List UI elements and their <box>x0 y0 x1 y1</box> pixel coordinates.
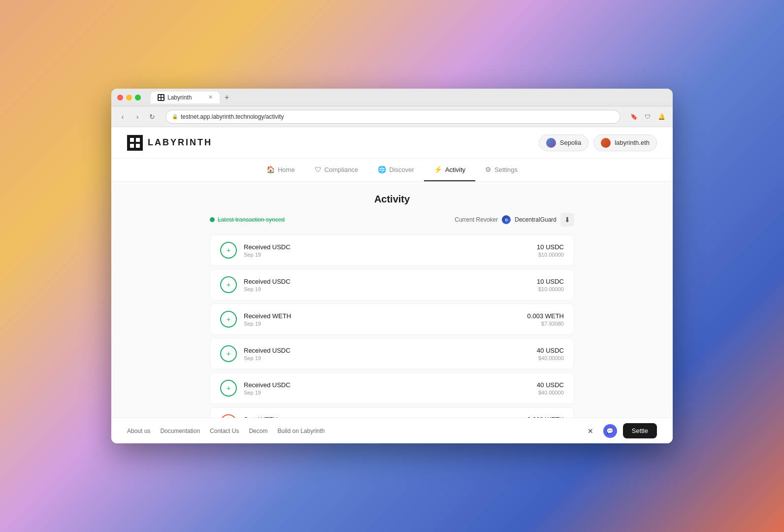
url-text: testnet.app.labyrinth.technology/activit… <box>181 113 284 120</box>
shield-icon[interactable]: 🛡 <box>642 111 653 122</box>
activity-icon: ⚡ <box>434 166 442 173</box>
network-label: Sepolia <box>560 139 581 146</box>
logo-text: LABYRINTH <box>148 137 212 148</box>
download-button[interactable]: ⬇ <box>560 213 574 227</box>
browser-toolbar: ‹ › ↻ 🔒 testnet.app.labyrinth.technology… <box>111 106 673 127</box>
tx-name: Received USDC <box>244 347 537 354</box>
tx-amount-main: 10 USDC <box>537 278 564 285</box>
app-logo: LABYRINTH <box>127 135 212 151</box>
main-content: Activity Latest transaction synced Curre… <box>111 182 673 418</box>
nav-settings-label: Settings <box>494 166 518 173</box>
bookmark-icon[interactable]: 🔖 <box>628 111 639 122</box>
tx-type-icon: + <box>220 276 237 293</box>
transactions-list: + Received USDC Sep 19 10 USDC $10.00000… <box>210 234 574 418</box>
reload-button[interactable]: ↻ <box>147 111 158 122</box>
tx-name: Received WETH <box>244 312 527 320</box>
active-tab[interactable]: Labyrinth ✕ <box>151 92 220 103</box>
svg-rect-3 <box>162 98 163 100</box>
tx-name: Received USDC <box>244 381 537 389</box>
logo-icon <box>127 135 143 151</box>
tx-name: Received USDC <box>244 243 537 251</box>
wallet-button[interactable]: labyrinth.eth <box>593 134 657 151</box>
tab-bar: Labyrinth ✕ + <box>151 92 667 103</box>
tx-amount-usd: $7.93080 <box>527 321 564 327</box>
network-button[interactable]: Sepolia <box>539 134 588 151</box>
notifications-icon[interactable]: 🔔 <box>656 111 667 122</box>
tx-amount: 10 USDC $10.00000 <box>537 243 564 258</box>
transaction-row[interactable]: + Received USDC Sep 19 10 USDC $10.00000 <box>210 234 574 266</box>
x-icon[interactable]: ✕ <box>584 424 597 438</box>
tx-date: Sep 19 <box>244 252 537 258</box>
tx-details: Received WETH Sep 19 <box>244 312 527 327</box>
nav-item-settings[interactable]: ⚙ Settings <box>475 159 527 181</box>
svg-rect-5 <box>136 138 140 142</box>
svg-rect-2 <box>159 98 161 100</box>
tx-details: Received USDC Sep 19 <box>244 243 537 258</box>
tx-amount: 40 USDC $40.00000 <box>537 381 564 396</box>
nav-item-compliance[interactable]: 🛡 Compliance <box>305 159 368 181</box>
tx-details: Received USDC Sep 19 <box>244 347 537 361</box>
browser-titlebar: Labyrinth ✕ + <box>111 89 673 106</box>
tab-title: Labyrinth <box>167 94 192 101</box>
home-icon: 🏠 <box>266 166 275 173</box>
app-header: LABYRINTH Sepolia labyrinth.eth <box>111 127 673 159</box>
footer-right: ✕ 💬 Settle <box>584 423 657 438</box>
transaction-row[interactable]: + Received USDC Sep 19 40 USDC $40.00000 <box>210 372 574 404</box>
close-button[interactable] <box>117 95 123 100</box>
revoker-logo: D <box>502 215 511 224</box>
minimize-button[interactable] <box>126 95 132 100</box>
tx-amount-usd: $40.00000 <box>537 355 564 361</box>
transaction-row[interactable]: + Received USDC Sep 19 10 USDC $10.00000 <box>210 269 574 300</box>
transaction-row[interactable]: ↑ Sent WETH Sep 19 0.002 WETH $5.28720 <box>210 407 574 418</box>
tx-name: Received USDC <box>244 278 537 285</box>
lock-icon: 🔒 <box>172 114 178 119</box>
transaction-row[interactable]: + Received USDC Sep 19 40 USDC $40.00000 <box>210 338 574 369</box>
address-bar[interactable]: 🔒 testnet.app.labyrinth.technology/activ… <box>165 110 621 124</box>
nav-item-home[interactable]: 🏠 Home <box>257 159 305 181</box>
header-actions: Sepolia labyrinth.eth <box>539 134 657 151</box>
tx-amount-main: 40 USDC <box>537 347 564 354</box>
synced-text: Latest transaction synced <box>218 216 285 223</box>
nav-compliance-label: Compliance <box>325 166 359 173</box>
tab-close-button[interactable]: ✕ <box>208 94 213 100</box>
tx-amount: 40 USDC $40.00000 <box>537 347 564 361</box>
tx-amount-usd: $10.00000 <box>537 252 564 258</box>
svg-rect-6 <box>130 144 134 148</box>
svg-rect-1 <box>162 95 163 97</box>
new-tab-button[interactable]: + <box>222 93 232 102</box>
nav-discover-label: Discover <box>389 166 414 173</box>
footer-link-docs[interactable]: Documentation <box>160 428 200 434</box>
traffic-lights <box>117 95 141 100</box>
page-title: Activity <box>210 194 574 205</box>
activity-header: Latest transaction synced Current Revoke… <box>210 213 574 227</box>
toolbar-icons: 🔖 🛡 🔔 <box>628 111 667 122</box>
tab-favicon <box>158 94 164 101</box>
tx-amount-main: 40 USDC <box>537 381 564 389</box>
maximize-button[interactable] <box>135 95 141 100</box>
svg-rect-4 <box>130 138 134 142</box>
tx-type-icon: + <box>220 311 237 328</box>
compliance-icon: 🛡 <box>315 166 322 173</box>
tx-details: Received USDC Sep 19 <box>244 278 537 292</box>
tx-amount-usd: $40.00000 <box>537 390 564 396</box>
synced-badge: Latest transaction synced <box>210 216 285 223</box>
settle-button[interactable]: Settle <box>623 423 657 438</box>
tx-date: Sep 19 <box>244 355 537 361</box>
discord-icon[interactable]: 💬 <box>603 424 617 438</box>
footer-link-build[interactable]: Build on Labyrinth <box>277 428 325 434</box>
footer-link-decom[interactable]: Decom <box>249 428 267 434</box>
back-button[interactable]: ‹ <box>117 111 128 122</box>
app-footer: About us Documentation Contact Us Decom … <box>111 418 673 443</box>
transaction-row[interactable]: + Received WETH Sep 19 0.003 WETH $7.930… <box>210 303 574 335</box>
synced-dot <box>210 217 215 222</box>
nav-item-activity[interactable]: ⚡ Activity <box>424 159 475 181</box>
forward-button[interactable]: › <box>132 111 143 122</box>
tx-date: Sep 19 <box>244 390 537 396</box>
tx-date: Sep 19 <box>244 321 527 327</box>
footer-links: About us Documentation Contact Us Decom … <box>127 428 325 434</box>
nav-item-discover[interactable]: 🌐 Discover <box>368 159 424 181</box>
footer-link-contact[interactable]: Contact Us <box>210 428 239 434</box>
tx-amount: 10 USDC $10.00000 <box>537 278 564 292</box>
svg-rect-7 <box>136 144 140 148</box>
footer-link-about[interactable]: About us <box>127 428 150 434</box>
